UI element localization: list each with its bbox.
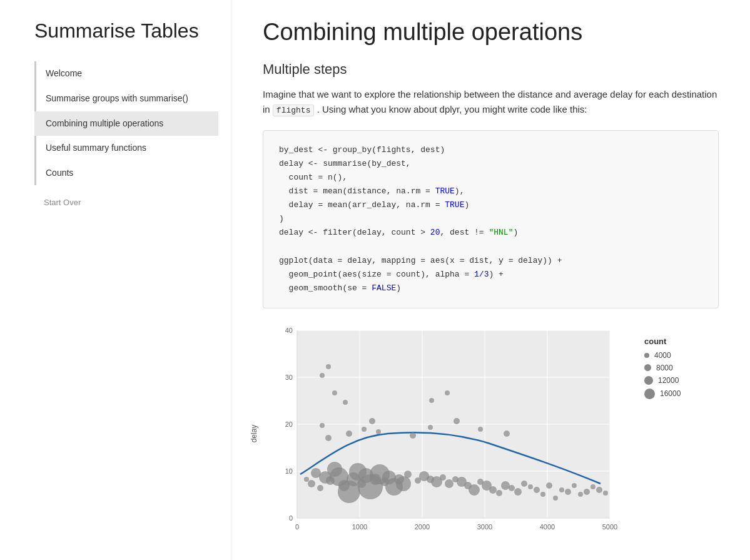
svg-text:10: 10: [285, 467, 293, 475]
legend-item-16000: 16000: [644, 389, 681, 399]
legend: count 4000 8000 12000 16000: [644, 337, 681, 403]
svg-point-67: [546, 482, 552, 489]
sidebar-item-welcome[interactable]: Welcome: [34, 61, 218, 86]
legend-title: count: [644, 337, 681, 346]
code-line-6: ): [279, 212, 702, 226]
svg-point-92: [429, 398, 434, 403]
svg-point-87: [504, 430, 510, 437]
svg-point-81: [369, 418, 375, 424]
sidebar-item-summarise-groups[interactable]: Summarise groups with summarise(): [34, 86, 218, 111]
svg-text:3000: 3000: [477, 523, 492, 531]
svg-point-78: [325, 435, 332, 441]
svg-point-50: [440, 474, 446, 481]
svg-point-58: [489, 486, 497, 494]
svg-point-80: [362, 427, 367, 432]
svg-point-26: [317, 485, 323, 491]
svg-text:2000: 2000: [415, 523, 430, 531]
section-title: Multiple steps: [263, 61, 719, 78]
code-line-5: delay = mean(arr_delay, na.rm = TRUE): [279, 198, 702, 212]
svg-point-90: [320, 373, 325, 378]
svg-point-59: [496, 490, 502, 496]
code-block: by_dest <- group_by(flights, dest) delay…: [263, 130, 719, 308]
code-line-2: delay <- summarise(by_dest,: [279, 157, 702, 171]
svg-text:5000: 5000: [602, 523, 617, 531]
legend-circle-8000: [644, 364, 651, 371]
svg-point-62: [514, 488, 522, 496]
chart-container: delay 0 10: [263, 324, 719, 543]
chart-svg: 0 10 20 30 40 0 1000 2000 3000 4000 5000: [263, 324, 626, 543]
description-text-2: . Using what you know about dplyr, you m…: [317, 104, 587, 115]
legend-label-4000: 4000: [654, 351, 671, 360]
svg-point-72: [578, 492, 583, 497]
svg-point-69: [559, 487, 564, 492]
svg-point-84: [428, 425, 433, 430]
code-line-10: geom_point(aes(size = count), alpha = 1/…: [279, 268, 702, 282]
legend-item-8000: 8000: [644, 364, 681, 372]
code-line-9: ggplot(data = delay, mapping = aes(x = d…: [279, 254, 702, 268]
sidebar: Summarise Tables Welcome Summarise group…: [0, 0, 231, 560]
description: Imagine that we want to explore the rela…: [263, 87, 719, 118]
legend-item-4000: 4000: [644, 351, 681, 360]
legend-circle-4000: [644, 353, 649, 358]
code-line-7: delay <- filter(delay, count > 20, dest …: [279, 226, 702, 240]
page-title: Combining multiple operations: [263, 19, 719, 46]
code-line-11: geom_smooth(se = FALSE): [279, 282, 702, 295]
svg-text:4000: 4000: [540, 523, 555, 531]
svg-point-85: [454, 418, 460, 424]
svg-point-66: [540, 492, 545, 497]
code-line-4: dist = mean(distance, na.rm = TRUE),: [279, 185, 702, 198]
svg-point-86: [478, 427, 483, 432]
svg-point-93: [445, 390, 450, 395]
svg-point-63: [521, 481, 527, 487]
svg-point-70: [565, 489, 571, 495]
svg-point-82: [376, 429, 381, 434]
svg-point-73: [584, 489, 590, 495]
svg-point-79: [346, 430, 352, 437]
svg-point-88: [332, 390, 337, 395]
y-axis-label: delay: [250, 424, 258, 442]
sidebar-item-combining[interactable]: Combining multiple operations: [34, 111, 218, 136]
svg-point-91: [326, 364, 331, 369]
svg-point-51: [445, 479, 454, 488]
svg-point-60: [501, 481, 510, 490]
sidebar-item-counts[interactable]: Counts: [34, 161, 218, 186]
svg-text:1000: 1000: [352, 523, 367, 531]
code-line-3: count = n(),: [279, 171, 702, 185]
svg-point-89: [343, 400, 348, 405]
sidebar-title: Summarise Tables: [34, 19, 218, 43]
legend-circle-16000: [644, 389, 655, 399]
main-content: Combining multiple operations Multiple s…: [231, 0, 750, 560]
svg-point-83: [410, 432, 416, 439]
code-line-1: by_dest <- group_by(flights, dest): [279, 143, 702, 157]
svg-text:40: 40: [285, 327, 293, 334]
nav-list: Welcome Summarise groups with summarise(…: [34, 61, 218, 185]
svg-text:20: 20: [285, 420, 293, 428]
start-over-link[interactable]: Start Over: [34, 198, 218, 207]
sidebar-item-useful-summary[interactable]: Useful summary functions: [34, 136, 218, 161]
inline-code: flights: [273, 104, 315, 116]
svg-point-68: [553, 496, 558, 501]
legend-item-12000: 12000: [644, 376, 681, 385]
svg-point-24: [308, 480, 315, 487]
svg-point-23: [304, 477, 309, 482]
legend-label-8000: 8000: [656, 364, 673, 372]
legend-circle-12000: [644, 376, 653, 385]
svg-point-61: [509, 485, 515, 491]
svg-point-55: [469, 484, 480, 496]
svg-point-75: [596, 487, 602, 493]
svg-point-65: [534, 487, 540, 493]
svg-point-45: [404, 471, 412, 478]
legend-label-12000: 12000: [658, 376, 679, 385]
chart-wrapper: delay 0 10: [263, 324, 626, 543]
svg-text:30: 30: [285, 374, 293, 381]
svg-text:0: 0: [295, 523, 299, 531]
svg-text:0: 0: [289, 514, 293, 522]
svg-point-44: [396, 476, 411, 491]
svg-point-76: [603, 491, 608, 496]
svg-point-64: [528, 484, 533, 489]
svg-point-74: [590, 484, 595, 489]
svg-point-71: [572, 483, 577, 488]
legend-label-16000: 16000: [660, 389, 681, 398]
svg-point-77: [320, 423, 325, 428]
